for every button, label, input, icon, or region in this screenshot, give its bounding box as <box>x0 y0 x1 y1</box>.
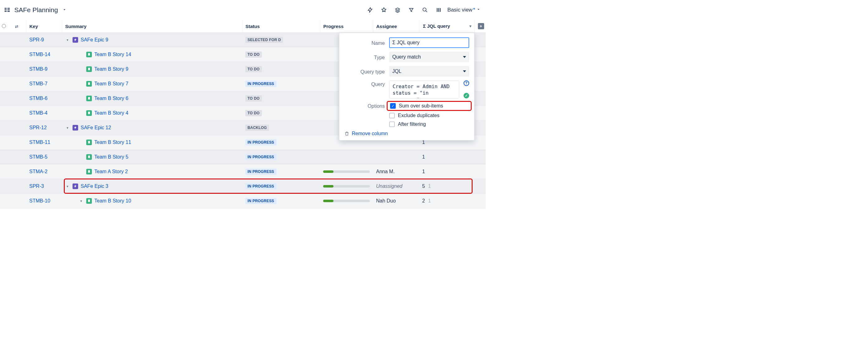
page-title[interactable]: SAFe Planning <box>14 6 58 14</box>
cell-key[interactable]: STMB-4 <box>26 106 62 121</box>
issue-key-link[interactable]: STMB-9 <box>29 66 48 71</box>
issue-key-link[interactable]: STMB-11 <box>29 140 51 145</box>
issue-key-link[interactable]: STMB-7 <box>29 81 48 86</box>
query-textarea[interactable] <box>389 80 459 98</box>
cell-link[interactable] <box>13 91 26 106</box>
cell-status[interactable]: IN PROGRESS <box>242 77 320 91</box>
cell-summary[interactable]: Team A Story 2 <box>62 165 242 179</box>
cell-summary[interactable]: Team B Story 11 <box>62 135 242 150</box>
cell-status[interactable]: IN PROGRESS <box>242 194 320 208</box>
issue-summary-link[interactable]: Team B Story 6 <box>94 96 128 101</box>
issue-key-link[interactable]: SPR-12 <box>29 125 47 130</box>
issue-key-link[interactable]: STMB-5 <box>29 154 48 159</box>
cell-key[interactable]: STMB-10 <box>26 194 62 208</box>
issue-key-link[interactable]: SPR-3 <box>29 183 44 189</box>
cell-assignee[interactable] <box>373 150 419 165</box>
table-row[interactable]: SPR-3 ▾ SAFe Epic 3 IN PROGRESSUnassigne… <box>0 179 486 194</box>
cell-flag[interactable] <box>0 47 13 62</box>
cell-link[interactable] <box>13 62 26 77</box>
cell-progress[interactable] <box>320 150 373 165</box>
issue-summary-link[interactable]: Team A Story 2 <box>94 169 128 174</box>
cell-key[interactable]: STMA-2 <box>26 165 62 179</box>
table-row[interactable]: STMB-5 Team B Story 5 IN PROGRESS1 <box>0 150 486 165</box>
header-progress[interactable]: Progress <box>320 20 373 33</box>
cell-assignee[interactable]: Nah Duo <box>373 194 419 208</box>
cell-flag[interactable] <box>0 121 13 135</box>
expand-toggle-icon[interactable]: ▾ <box>65 184 70 188</box>
header-status[interactable]: Status <box>242 20 320 33</box>
cell-status[interactable]: IN PROGRESS <box>242 165 320 179</box>
cell-flag[interactable] <box>0 91 13 106</box>
cell-flag[interactable] <box>0 179 13 194</box>
issue-summary-link[interactable]: Team B Story 4 <box>94 110 128 116</box>
issue-summary-link[interactable]: SAFe Epic 3 <box>81 183 108 189</box>
cell-status[interactable]: TO DO <box>242 62 320 77</box>
cell-assignee[interactable]: Unassigned <box>373 179 419 194</box>
cell-status[interactable]: IN PROGRESS <box>242 179 320 194</box>
cell-assignee[interactable]: Anna M. <box>373 165 419 179</box>
cell-flag[interactable] <box>0 165 13 179</box>
header-links[interactable]: ⇄ <box>13 20 26 33</box>
cell-link[interactable] <box>13 194 26 208</box>
cell-link[interactable] <box>13 121 26 135</box>
cell-summary[interactable]: Team B Story 6 <box>62 91 242 106</box>
search-icon[interactable] <box>420 4 431 16</box>
cell-status[interactable]: IN PROGRESS <box>242 135 320 150</box>
type-select[interactable]: Query match <box>389 52 469 62</box>
issue-summary-link[interactable]: Team B Story 9 <box>94 66 128 72</box>
cell-link[interactable] <box>13 150 26 165</box>
remove-column-link[interactable]: Remove column <box>344 131 469 137</box>
cell-key[interactable]: STMB-5 <box>26 150 62 165</box>
cell-summary[interactable]: Team B Story 4 <box>62 106 242 121</box>
columns-icon[interactable] <box>433 4 444 16</box>
table-row[interactable]: STMA-2 Team A Story 2 IN PROGRESSAnna M.… <box>0 165 486 179</box>
issue-summary-link[interactable]: Team B Story 5 <box>94 154 128 160</box>
cell-progress[interactable] <box>320 165 373 179</box>
help-icon[interactable]: ? <box>464 80 469 86</box>
header-jql[interactable]: Σ JQL query ▾ <box>419 20 474 33</box>
cell-status[interactable]: TO DO <box>242 106 320 121</box>
cell-link[interactable] <box>13 33 26 47</box>
cell-key[interactable]: STMB-6 <box>26 91 62 106</box>
issue-key-link[interactable]: SPR-9 <box>29 37 44 42</box>
issue-key-link[interactable]: STMB-6 <box>29 96 48 101</box>
cell-jql[interactable]: 21 <box>419 194 474 208</box>
issue-key-link[interactable]: STMB-4 <box>29 110 48 116</box>
cell-summary[interactable]: Team B Story 14 <box>62 47 242 62</box>
cell-key[interactable]: STMB-7 <box>26 77 62 91</box>
cell-flag[interactable] <box>0 150 13 165</box>
layers-icon[interactable] <box>392 4 403 16</box>
name-input[interactable] <box>389 37 469 48</box>
cell-jql[interactable]: 51 <box>419 179 474 194</box>
issue-summary-link[interactable]: Team B Story 7 <box>94 81 128 87</box>
issue-summary-link[interactable]: SAFe Epic 12 <box>81 125 111 130</box>
cell-summary[interactable]: ▾ SAFe Epic 9 <box>62 33 242 47</box>
cell-flag[interactable] <box>0 77 13 91</box>
cell-flag[interactable] <box>0 33 13 47</box>
cell-link[interactable] <box>13 135 26 150</box>
table-row[interactable]: STMB-10 ▾ Team B Story 10 IN PROGRESSNah… <box>0 194 486 208</box>
cell-status[interactable]: BACKLOG <box>242 121 320 135</box>
expand-toggle-icon[interactable]: ▾ <box>65 38 70 42</box>
cell-summary[interactable]: ▾ SAFe Epic 12 <box>62 121 242 135</box>
cell-link[interactable] <box>13 47 26 62</box>
pin-icon[interactable] <box>378 4 390 16</box>
cell-flag[interactable] <box>0 194 13 208</box>
option-sum-over-sub-items[interactable]: ✓ Sum over sub-items <box>390 103 468 109</box>
cell-key[interactable]: SPR-9 <box>26 33 62 47</box>
cell-summary[interactable]: Team B Story 9 <box>62 62 242 77</box>
issue-summary-link[interactable]: SAFe Epic 9 <box>81 37 108 43</box>
cell-link[interactable] <box>13 77 26 91</box>
cell-summary[interactable]: Team B Story 5 <box>62 150 242 165</box>
cell-status[interactable]: TO DO <box>242 91 320 106</box>
cell-status[interactable]: SELECTED FOR D <box>242 33 320 47</box>
cell-key[interactable]: SPR-3 <box>26 179 62 194</box>
issue-summary-link[interactable]: Team B Story 14 <box>94 52 131 57</box>
title-dropdown-icon[interactable] <box>62 7 67 13</box>
cell-status[interactable]: IN PROGRESS <box>242 150 320 165</box>
cell-summary[interactable]: ▾ SAFe Epic 3 <box>62 179 242 194</box>
cell-progress[interactable] <box>320 194 373 208</box>
issue-summary-link[interactable]: Team B Story 10 <box>94 198 131 204</box>
view-switcher[interactable]: Basic view * <box>447 7 481 13</box>
header-summary[interactable]: Summary <box>62 20 242 33</box>
